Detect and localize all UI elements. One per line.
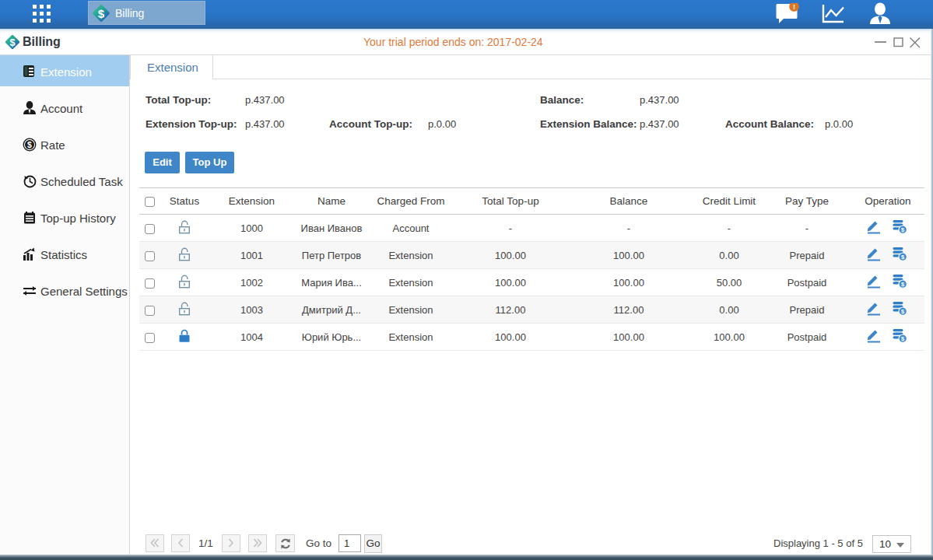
svg-text:$: $ — [9, 37, 15, 48]
svg-text:$: $ — [98, 7, 105, 20]
svg-text:$: $ — [27, 140, 32, 149]
svg-text:!: ! — [793, 3, 795, 11]
